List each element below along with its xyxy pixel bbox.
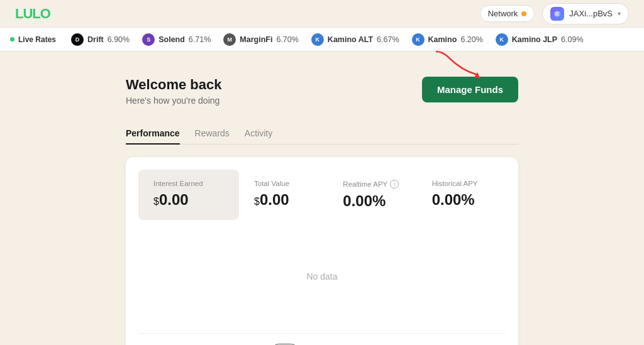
ticker-item-icon: K xyxy=(311,33,324,46)
historical-apy-label: Historical APY xyxy=(432,180,491,187)
manage-funds-wrapper: Manage Funds xyxy=(422,77,518,102)
ticker-item: K Kamino 6.20% xyxy=(412,33,483,46)
ticker-item-name: Kamino JLP xyxy=(512,35,557,44)
total-value-label: Total Value xyxy=(254,180,313,187)
ticker-bar: Live Rates D Drift 6.90% S Solend 6.71% … xyxy=(0,28,644,52)
live-rates: Live Rates xyxy=(10,35,56,44)
main-content: Welcome back Here's how you're doing Man… xyxy=(0,52,644,345)
realtime-apy-label: Realtime APY i xyxy=(343,180,401,189)
ticker-item-rate: 6.90% xyxy=(108,35,130,44)
welcome-subtitle: Here's how you're doing xyxy=(126,96,221,106)
network-button[interactable]: Network xyxy=(480,5,535,22)
realtime-apy-value: 0.00% xyxy=(343,192,401,210)
stats-row: Interest Earned $0.00 Total Value $0.00 … xyxy=(138,170,506,220)
welcome-title: Welcome back xyxy=(126,77,221,93)
ticker-item-icon: M xyxy=(223,33,236,46)
total-value-stat: Total Value $0.00 xyxy=(239,170,328,220)
ticker-item-name: Solend xyxy=(158,35,185,44)
header: LULO Network JAXi...pBvS ▾ xyxy=(0,0,644,28)
ticker-item-icon: D xyxy=(71,33,84,46)
wallet-icon xyxy=(550,7,564,21)
live-rates-label: Live Rates xyxy=(18,35,56,44)
live-dot xyxy=(10,37,14,41)
tab-activity[interactable]: Activity xyxy=(245,123,272,145)
ticker-item-icon: K xyxy=(496,33,508,46)
ticker-item: D Drift 6.90% xyxy=(71,33,130,46)
ticker-item-name: MarginFi xyxy=(240,35,272,44)
performance-card: Interest Earned $0.00 Total Value $0.00 … xyxy=(126,157,518,345)
ticker-item-name: Kamino xyxy=(428,35,457,44)
realtime-apy-stat: Realtime APY i 0.00% xyxy=(328,170,416,220)
tab-performance[interactable]: Performance xyxy=(126,123,180,145)
ticker-item: K Kamino JLP 6.09% xyxy=(496,33,584,46)
ticker-item: K Kamino ALT 6.67% xyxy=(311,33,399,46)
svg-marker-1 xyxy=(474,72,480,79)
interest-earned-value: $0.00 xyxy=(153,191,224,209)
interest-earned-label: Interest Earned xyxy=(153,180,224,187)
ticker-item-rate: 6.20% xyxy=(460,35,482,44)
ticker-item: M MarginFi 6.70% xyxy=(223,33,299,46)
historical-apy-stat: Historical APY 0.00% xyxy=(417,170,506,220)
ticker-item-rate: 6.70% xyxy=(276,35,298,44)
ticker-item-icon: K xyxy=(412,33,425,46)
tab-rewards[interactable]: Rewards xyxy=(195,123,230,145)
interest-earned-stat: Interest Earned $0.00 xyxy=(138,170,239,220)
historical-apy-value: 0.00% xyxy=(432,191,491,209)
ticker-item-name: Drift xyxy=(87,35,104,44)
no-data-label: No data xyxy=(306,271,337,282)
ticker-item-name: Kamino ALT xyxy=(328,35,373,44)
arrow-indicator xyxy=(430,48,487,82)
ticker-item: S Solend 6.71% xyxy=(142,33,211,46)
network-status-dot xyxy=(521,11,526,16)
welcome-section: Welcome back Here's how you're doing Man… xyxy=(126,77,518,106)
ticker-item-rate: 6.09% xyxy=(561,35,583,44)
wallet-address: JAXi...pBvS xyxy=(569,9,613,18)
chart-area: No data xyxy=(138,220,506,333)
time-filters: 1D7D30D1YALL xyxy=(138,333,506,345)
wallet-button[interactable]: JAXi...pBvS ▾ xyxy=(542,3,629,25)
ticker-items: D Drift 6.90% S Solend 6.71% M MarginFi … xyxy=(71,33,584,46)
network-label: Network xyxy=(488,9,518,18)
realtime-apy-info-icon[interactable]: i xyxy=(390,180,399,189)
total-value-value: $0.00 xyxy=(254,191,313,209)
chevron-down-icon: ▾ xyxy=(618,10,621,17)
ticker-item-icon: S xyxy=(142,33,155,46)
tabs: PerformanceRewardsActivity xyxy=(126,123,518,145)
logo: LULO xyxy=(15,6,50,22)
header-right: Network JAXi...pBvS ▾ xyxy=(480,3,629,25)
ticker-item-rate: 6.71% xyxy=(189,35,211,44)
ticker-item-rate: 6.67% xyxy=(377,35,399,44)
welcome-text: Welcome back Here's how you're doing xyxy=(126,77,221,106)
